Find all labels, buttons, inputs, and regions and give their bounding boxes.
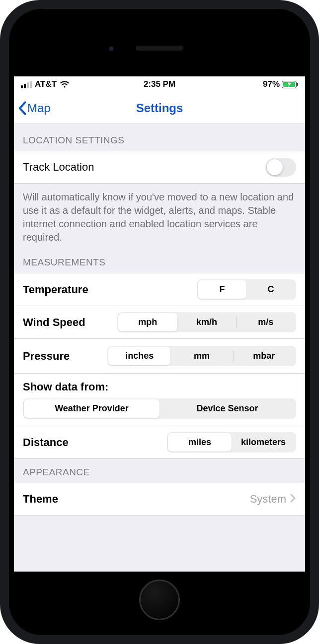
pressure-segmented[interactable]: inches mm mbar <box>107 346 296 366</box>
screen: AT&T 2:35 PM 97% <box>14 76 305 572</box>
segment-temperature-f[interactable]: F <box>198 280 246 299</box>
temperature-label: Temperature <box>23 283 88 296</box>
phone-frame: AT&T 2:35 PM 97% <box>0 0 319 644</box>
nav-bar: Map Settings <box>14 92 305 124</box>
carrier-label: AT&T <box>35 79 57 89</box>
cellular-signal-icon <box>21 81 32 88</box>
track-location-label: Track Location <box>23 161 94 174</box>
segment-pressure-mm[interactable]: mm <box>170 347 233 365</box>
front-camera <box>108 46 114 52</box>
status-bar: AT&T 2:35 PM 97% <box>14 76 305 92</box>
section-header-location: LOCATION SETTINGS <box>14 124 305 151</box>
data-source-row: Show data from: Weather Provider Device … <box>14 374 305 426</box>
phone-bezel-top <box>14 14 305 76</box>
track-location-description: Will automatically know if you've moved … <box>14 184 305 249</box>
theme-row[interactable]: Theme System <box>14 483 305 515</box>
segment-wind-kmh[interactable]: km/h <box>177 313 237 331</box>
battery-icon <box>282 81 298 88</box>
section-header-measurements: MEASUREMENTS <box>14 249 305 273</box>
distance-segmented[interactable]: miles kilometers <box>167 432 296 452</box>
segment-pressure-mbar[interactable]: mbar <box>233 347 295 365</box>
segment-source-sensor[interactable]: Device Sensor <box>160 399 295 418</box>
pressure-row: Pressure inches mm mbar <box>14 339 305 374</box>
wind-speed-label: Wind Speed <box>23 316 85 329</box>
wind-speed-segmented[interactable]: mph km/h m/s <box>117 312 296 332</box>
theme-value: System <box>250 493 286 506</box>
section-header-appearance: APPEARANCE <box>14 459 305 483</box>
data-source-segmented[interactable]: Weather Provider Device Sensor <box>23 398 296 419</box>
back-label: Map <box>27 101 51 115</box>
battery-percent-label: 97% <box>263 79 280 89</box>
segment-wind-ms[interactable]: m/s <box>236 313 295 331</box>
home-button[interactable] <box>139 580 180 620</box>
segment-distance-km[interactable]: kilometers <box>232 433 295 451</box>
wind-speed-row: Wind Speed mph km/h m/s <box>14 306 305 339</box>
temperature-row: Temperature F C <box>14 273 305 306</box>
data-source-label: Show data from: <box>23 381 296 393</box>
segment-source-provider[interactable]: Weather Provider <box>24 399 160 418</box>
phone-bezel-bottom <box>14 572 305 630</box>
track-location-toggle[interactable] <box>265 158 296 177</box>
theme-label: Theme <box>23 493 58 506</box>
status-time: 2:35 PM <box>144 79 175 89</box>
wifi-icon <box>60 81 70 88</box>
temperature-segmented[interactable]: F C <box>197 279 296 300</box>
earpiece-speaker <box>136 46 183 51</box>
chevron-right-icon <box>290 494 296 505</box>
segment-pressure-inches[interactable]: inches <box>108 347 170 365</box>
distance-row: Distance miles kilometers <box>14 426 305 459</box>
track-location-row: Track Location <box>14 151 305 184</box>
settings-content[interactable]: LOCATION SETTINGS Track Location Will au… <box>14 124 305 572</box>
toggle-knob <box>267 159 283 175</box>
segment-distance-miles[interactable]: miles <box>168 433 232 451</box>
page-title: Settings <box>136 101 183 115</box>
back-button[interactable]: Map <box>14 101 51 115</box>
charging-bolt-icon <box>287 81 291 88</box>
segment-wind-mph[interactable]: mph <box>118 313 177 331</box>
pressure-label: Pressure <box>23 350 70 363</box>
distance-label: Distance <box>23 436 69 449</box>
chevron-left-icon <box>18 101 26 115</box>
segment-temperature-c[interactable]: C <box>246 280 295 299</box>
